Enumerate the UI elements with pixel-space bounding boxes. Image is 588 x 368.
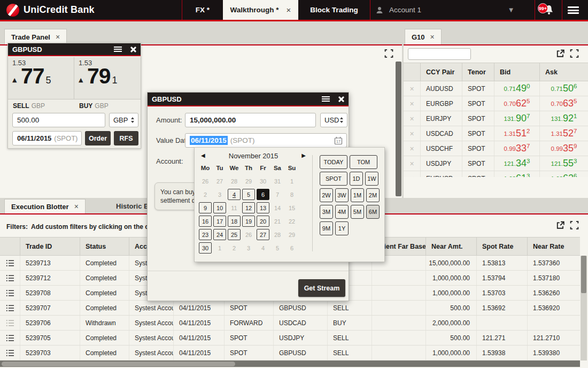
header-near-rate[interactable]: Near Rate bbox=[528, 237, 580, 255]
rfs-button[interactable]: RFS bbox=[114, 131, 138, 145]
tenor-button-spot[interactable]: SPOT bbox=[320, 172, 347, 186]
pop-out-icon[interactable] bbox=[556, 49, 565, 58]
header-ask[interactable]: Ask bbox=[540, 63, 588, 81]
g10-search-input[interactable] bbox=[408, 48, 471, 60]
ask-price[interactable]: 0.99359 bbox=[540, 141, 588, 156]
tenor-button-1y[interactable]: 1Y bbox=[335, 221, 349, 235]
header-tenor[interactable]: Tenor bbox=[462, 63, 494, 81]
header-status[interactable]: Status bbox=[80, 237, 129, 255]
bid-price[interactable]: 121.343 bbox=[494, 156, 540, 171]
remove-pair-icon[interactable]: × bbox=[404, 81, 421, 96]
ask-price[interactable]: 1.31527 bbox=[540, 126, 588, 141]
next-month-icon[interactable]: ▶ bbox=[301, 152, 306, 158]
tenor-button-3w[interactable]: 3W bbox=[335, 188, 349, 202]
calendar-day[interactable]: 13 bbox=[257, 202, 269, 213]
currency-selector[interactable]: GBP bbox=[109, 113, 138, 127]
pop-out-icon[interactable] bbox=[556, 221, 565, 229]
row-menu-icon[interactable] bbox=[0, 271, 20, 285]
tenor-button-4m[interactable]: 4M bbox=[335, 205, 349, 219]
row-menu-icon[interactable] bbox=[0, 346, 20, 360]
calendar-day[interactable]: 23 bbox=[199, 229, 212, 240]
remove-pair-icon[interactable]: × bbox=[404, 126, 421, 141]
bid-price[interactable]: 1.08613 bbox=[494, 171, 540, 177]
account-menu[interactable]: Account 1 ▼ bbox=[370, 0, 535, 20]
bid-price[interactable]: 0.71490 bbox=[494, 81, 540, 96]
vertical-scrollbar[interactable] bbox=[581, 256, 587, 361]
calendar-day[interactable]: 16 bbox=[199, 216, 212, 227]
table-row[interactable]: 5239703 Completed Systest Account 04/11/… bbox=[0, 346, 580, 361]
header-spot-rate[interactable]: Spot Rate bbox=[477, 237, 528, 255]
remove-pair-icon[interactable]: × bbox=[404, 141, 421, 156]
tenor-button-2w[interactable]: 2W bbox=[320, 188, 333, 202]
table-row[interactable]: 5239705 Completed Systest Account 04/11/… bbox=[0, 331, 580, 346]
row-menu-icon[interactable] bbox=[0, 256, 20, 270]
expand-panel-icon[interactable] bbox=[570, 49, 579, 58]
calendar-day[interactable]: 12 bbox=[242, 202, 255, 213]
calendar-day[interactable]: 20 bbox=[257, 216, 269, 227]
bid-price[interactable]: 0.99337 bbox=[494, 141, 540, 156]
calendar-day[interactable]: 17 bbox=[213, 216, 226, 227]
header-bid[interactable]: Bid bbox=[494, 63, 540, 81]
calendar-day[interactable]: 19 bbox=[242, 216, 255, 227]
ask-price[interactable]: 121.553 bbox=[540, 156, 588, 171]
order-button[interactable]: Order bbox=[85, 131, 111, 145]
calendar-day[interactable]: 4 bbox=[228, 189, 241, 200]
dialog-value-date-field[interactable]: 06/11/2015 (SPOT) 17 bbox=[185, 133, 347, 148]
tab-g10[interactable]: G10× bbox=[405, 29, 442, 44]
tenor-button-1d[interactable]: 1D bbox=[350, 172, 363, 186]
calendar-day[interactable]: 6 bbox=[257, 189, 269, 200]
calendar-day[interactable]: 27 bbox=[257, 229, 269, 240]
ask-price[interactable]: 1.08626 bbox=[540, 171, 588, 177]
calendar-icon[interactable]: 17 bbox=[334, 136, 343, 145]
header-near-amt[interactable]: Near Amt. bbox=[426, 237, 477, 255]
dialog-close-icon[interactable] bbox=[338, 96, 344, 102]
header-trade-id[interactable]: Trade ID bbox=[20, 237, 80, 255]
close-tab-icon[interactable]: × bbox=[430, 33, 435, 41]
widget-close-icon[interactable] bbox=[130, 47, 136, 52]
ask-price[interactable]: 0.71506 bbox=[540, 81, 588, 96]
close-tab-icon[interactable]: × bbox=[74, 202, 79, 211]
dialog-header[interactable]: GBPUSD bbox=[148, 93, 349, 106]
bid-price[interactable]: 1.31512 bbox=[494, 126, 540, 141]
value-date-field[interactable]: 06/11/2015 (SPOT) bbox=[12, 131, 82, 145]
notifications-button[interactable]: 99+ bbox=[535, 0, 562, 20]
remove-pair-icon[interactable]: × bbox=[404, 156, 421, 171]
get-stream-button[interactable]: Get Stream bbox=[298, 279, 345, 297]
close-tab-icon[interactable]: × bbox=[287, 5, 291, 14]
row-menu-icon[interactable] bbox=[0, 331, 20, 345]
calendar-day[interactable]: 30 bbox=[199, 242, 212, 254]
calendar-day[interactable]: 10 bbox=[213, 202, 226, 213]
widget-menu-icon[interactable] bbox=[114, 47, 122, 52]
remove-pair-icon[interactable]: × bbox=[404, 111, 421, 126]
dialog-currency-selector[interactable]: USD bbox=[320, 113, 347, 127]
horizontal-scrollbar[interactable] bbox=[0, 361, 580, 367]
close-tab-icon[interactable]: × bbox=[56, 33, 60, 41]
main-menu-icon[interactable] bbox=[568, 6, 579, 14]
expand-panel-icon[interactable] bbox=[384, 49, 393, 58]
remove-pair-icon[interactable]: × bbox=[404, 96, 421, 111]
tenor-button-today[interactable]: TODAY bbox=[320, 155, 347, 169]
tenor-button-5m[interactable]: 5M bbox=[351, 205, 364, 219]
tab-execution-blotter[interactable]: Execution Blotter× bbox=[4, 199, 86, 213]
tenor-button-9m[interactable]: 9M bbox=[320, 221, 333, 235]
sell-price-tile[interactable]: 1.53 ▲ 775 bbox=[8, 57, 74, 99]
row-menu-icon[interactable] bbox=[0, 286, 20, 300]
bid-price[interactable]: 0.70625 bbox=[494, 96, 540, 111]
tenor-button-6m[interactable]: 6M bbox=[366, 205, 380, 219]
tab-trade-panel[interactable]: Trade Panel× bbox=[4, 29, 67, 44]
dialog-amount-field[interactable] bbox=[185, 113, 316, 127]
calendar-day[interactable]: 5 bbox=[242, 189, 255, 200]
tab-fx[interactable]: FX * bbox=[182, 0, 223, 20]
ask-price[interactable]: 0.70635 bbox=[540, 96, 588, 111]
remove-pair-icon[interactable]: × bbox=[404, 171, 421, 177]
tab-walkthrough[interactable]: Walkthrough *× bbox=[223, 0, 298, 20]
scrollbar-thumb[interactable] bbox=[2, 362, 235, 366]
calendar-day[interactable]: 25 bbox=[228, 229, 241, 240]
panel-scrollbar[interactable] bbox=[396, 62, 401, 196]
ask-price[interactable]: 131.921 bbox=[540, 111, 588, 126]
expand-panel-icon[interactable] bbox=[570, 221, 579, 229]
tenor-button-2m[interactable]: 2M bbox=[366, 188, 380, 202]
tenor-button-1w[interactable]: 1W bbox=[365, 172, 378, 186]
tab-block-trading[interactable]: Block Trading bbox=[298, 0, 370, 20]
calendar-day[interactable]: 24 bbox=[213, 229, 226, 240]
